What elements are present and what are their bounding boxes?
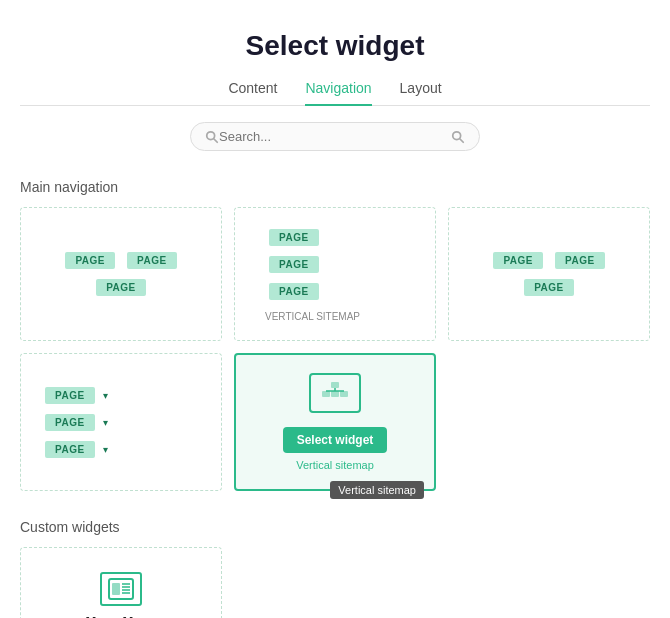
mega-menu-svg	[108, 578, 134, 600]
search-icon	[205, 130, 219, 144]
main-navigation-section: Main navigation PAGE PAGE PAGE PAGE PAGE…	[20, 179, 650, 491]
chevron-icon: ▾	[103, 417, 108, 428]
svg-rect-4	[331, 382, 339, 388]
chevron-icon: ▾	[103, 390, 108, 401]
search-submit-icon	[451, 130, 465, 144]
tabs-bar: Content Navigation Layout	[20, 80, 650, 106]
custom-widgets-section: Custom widgets Mega Menu	[20, 519, 650, 618]
widget-vertical-nav[interactable]: PAGE PAGE PAGE VERTICAL SITEMAP	[234, 207, 436, 341]
tag: PAGE	[269, 256, 319, 273]
main-navigation-label: Main navigation	[20, 179, 650, 195]
tab-content[interactable]: Content	[228, 80, 277, 106]
tab-layout[interactable]: Layout	[400, 80, 442, 106]
svg-rect-12	[112, 583, 120, 595]
tag: PAGE	[269, 283, 319, 300]
svg-rect-6	[331, 391, 339, 397]
svg-line-3	[460, 138, 464, 142]
widget-caption: VERTICAL SITEMAP	[265, 311, 360, 322]
tag: PAGE	[45, 414, 95, 431]
svg-rect-5	[322, 391, 330, 397]
search-bar[interactable]	[190, 122, 480, 151]
widget-dropdown-nav[interactable]: PAGE ▾ PAGE ▾ PAGE ▾	[20, 353, 222, 491]
page-container: Select widget Content Navigation Layout …	[0, 0, 670, 618]
tooltip-badge: Vertical sitemap	[330, 481, 424, 499]
search-input[interactable]	[219, 129, 451, 144]
tag: PAGE	[524, 279, 574, 296]
tab-navigation[interactable]: Navigation	[305, 80, 371, 106]
page-title: Select widget	[20, 30, 650, 62]
widget-vertical-sitemap-selected[interactable]: Select widget Vertical sitemap Vertical …	[234, 353, 436, 491]
tag: PAGE	[269, 229, 319, 246]
widget-name: Vertical sitemap	[296, 459, 374, 471]
tag: PAGE	[45, 441, 95, 458]
chevron-icon: ▾	[103, 444, 108, 455]
mega-menu-label: Mega Menu	[86, 614, 157, 618]
tag: PAGE	[493, 252, 543, 269]
widget-horizontal-nav-2[interactable]: PAGE PAGE PAGE	[448, 207, 650, 341]
tag: PAGE	[96, 279, 146, 296]
mega-menu-icon	[100, 572, 142, 606]
tag: PAGE	[555, 252, 605, 269]
svg-rect-7	[340, 391, 348, 397]
svg-line-1	[214, 138, 218, 142]
sitemap-icon	[321, 381, 349, 405]
tag: PAGE	[127, 252, 177, 269]
tag: PAGE	[65, 252, 115, 269]
widget-mega-menu[interactable]: Mega Menu	[20, 547, 222, 618]
select-widget-button[interactable]: Select widget	[283, 427, 388, 453]
widget-horizontal-nav[interactable]: PAGE PAGE PAGE	[20, 207, 222, 341]
tag: PAGE	[45, 387, 95, 404]
custom-widgets-label: Custom widgets	[20, 519, 650, 535]
